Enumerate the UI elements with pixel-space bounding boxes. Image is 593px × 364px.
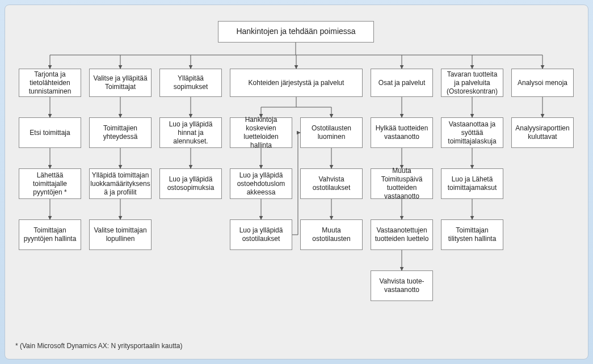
col3-r1: Luo ja ylläpidä hinnat ja alennukset. bbox=[159, 117, 222, 148]
col7-header: Analysoi menoja bbox=[511, 69, 574, 97]
col2-r1: Toimittajien yhteydessä bbox=[89, 117, 152, 148]
col5-header: Osat ja palvelut bbox=[371, 69, 433, 97]
col2-r3: Valitse toimittajan lopullinen bbox=[89, 219, 152, 250]
col6-r3: Toimittajan tilitysten hallinta bbox=[441, 219, 503, 250]
col4-a1: Hankintoja koskevien luetteloiden hallin… bbox=[230, 117, 292, 148]
col1-header: Tarjonta ja tietolähteiden tunnistaminen bbox=[19, 69, 81, 97]
col2-header: Valitse ja ylläpitää Toimittajat bbox=[89, 69, 152, 97]
col6-header: Tavaran tuotteita ja palveluita (Ostores… bbox=[441, 69, 503, 97]
col5-r3: Vastaanotettujen tuotteiden luettelo bbox=[371, 219, 433, 250]
col1-r1: Etsi toimittaja bbox=[19, 117, 81, 148]
col7-r1: Analyysiraporttien kuluttavat bbox=[511, 117, 574, 148]
col4-a3: Luo ja ylläpidä ostotilaukset bbox=[230, 219, 292, 250]
col5-r1: Hylkää tuotteiden vastaanotto bbox=[371, 117, 433, 148]
footnote: * (Vain Microsoft Dynamics AX: N yritysp… bbox=[15, 342, 183, 350]
col4-b2: Vahvista ostotilaukset bbox=[300, 168, 363, 199]
col4-a2: Luo ja ylläpidä ostoehdotuslom akkeessa bbox=[230, 168, 292, 199]
col3-header: Ylläpitää sopimukset bbox=[159, 69, 222, 97]
col3-r2: Luo ja ylläpidä ostosopimuksia bbox=[159, 168, 222, 199]
col2-r2: Ylläpidä toimittajan luokkamäärityksens … bbox=[89, 168, 152, 199]
col4-header: Kohteiden järjestystä ja palvelut bbox=[230, 69, 363, 97]
col5-r4: Vahvista tuote-vastaanotto bbox=[371, 270, 433, 301]
col1-r2: Lähettää toimittajalle pyyntöjen * bbox=[19, 168, 81, 199]
col4-b1: Ostotilausten luominen bbox=[300, 117, 363, 148]
diagram-panel: Hankintojen ja tehdään poimiessa Tarjont… bbox=[5, 5, 588, 359]
col4-b3: Muuta ostotilausten bbox=[300, 219, 363, 250]
col1-r3: Toimittajan pyyntöjen hallinta bbox=[19, 219, 81, 250]
title-node: Hankintojen ja tehdään poimiessa bbox=[218, 21, 374, 43]
col5-r2: Muuta Toimituspäivä tuotteiden vastaanot… bbox=[371, 168, 433, 199]
col6-r1: Vastaanottaa ja syöttää toimittajalaskuj… bbox=[441, 117, 503, 148]
col6-r2: Luo ja Lähetä toimittajamaksut bbox=[441, 168, 503, 199]
